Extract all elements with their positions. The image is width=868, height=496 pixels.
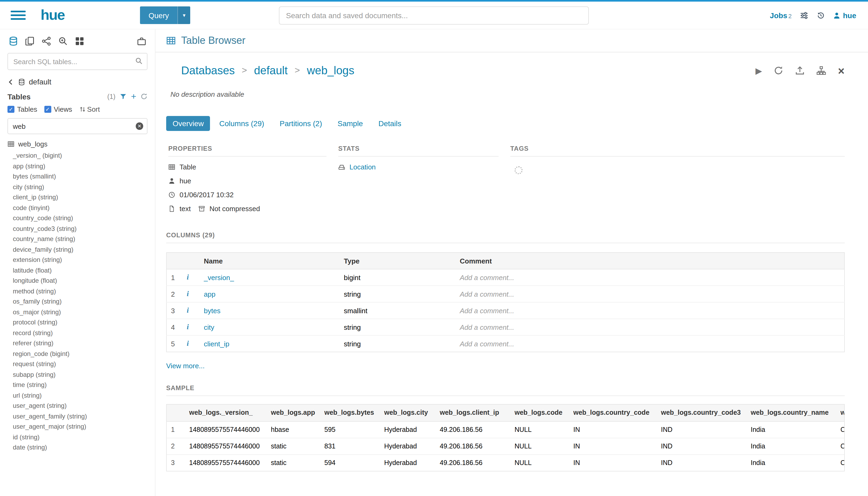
apps-grid-icon[interactable] bbox=[75, 36, 84, 46]
column-list-item[interactable]: client_ip (string) bbox=[0, 192, 155, 203]
column-name-link[interactable]: bytes bbox=[204, 307, 220, 314]
clear-filter-icon[interactable]: ✕ bbox=[136, 122, 143, 130]
sitemap-icon[interactable] bbox=[817, 66, 826, 75]
views-checkbox-label[interactable]: Views bbox=[54, 105, 72, 113]
tab-partitions[interactable]: Partitions (2) bbox=[273, 116, 329, 131]
column-comment[interactable]: Add a comment... bbox=[456, 319, 844, 336]
column-list-item[interactable]: _version_ (bigint) bbox=[0, 151, 155, 161]
view-more-link[interactable]: View more... bbox=[166, 362, 205, 370]
tables-checkbox-label[interactable]: Tables bbox=[17, 105, 37, 113]
close-icon[interactable]: × bbox=[838, 65, 845, 76]
column-info-icon[interactable]: i bbox=[187, 290, 189, 298]
column-comment[interactable]: Add a comment... bbox=[456, 336, 844, 352]
user-menu[interactable]: hue bbox=[833, 11, 856, 19]
column-info-icon[interactable]: i bbox=[187, 306, 189, 314]
column-comment[interactable]: Add a comment... bbox=[456, 302, 844, 319]
breadcrumb-database-default[interactable]: default bbox=[254, 64, 288, 77]
query-button-label[interactable]: Query bbox=[140, 6, 177, 24]
table-filter-input[interactable] bbox=[7, 118, 147, 134]
column-name-link[interactable]: client_ip bbox=[204, 340, 229, 348]
column-list-item[interactable]: country_name (string) bbox=[0, 234, 155, 245]
column-list-item[interactable]: request (string) bbox=[0, 359, 155, 370]
history-icon[interactable] bbox=[816, 11, 825, 19]
sample-cell: static bbox=[267, 454, 320, 471]
add-table-icon[interactable]: + bbox=[131, 92, 136, 101]
documents-icon[interactable] bbox=[25, 36, 35, 46]
column-list-item[interactable]: record (string) bbox=[0, 328, 155, 338]
tab-overview[interactable]: Overview bbox=[166, 116, 210, 131]
column-name-link[interactable]: _version_ bbox=[204, 274, 234, 281]
column-list-item[interactable]: extension (string) bbox=[0, 255, 155, 265]
column-list-item[interactable]: city (string) bbox=[0, 182, 155, 192]
refresh-icon[interactable] bbox=[774, 66, 783, 75]
tables-checkbox[interactable]: ✓ bbox=[7, 106, 14, 113]
query-button[interactable]: Query ▾ bbox=[140, 6, 190, 24]
location-link[interactable]: Location bbox=[349, 163, 376, 171]
assist-search-input[interactable] bbox=[7, 53, 147, 70]
column-list-item[interactable]: region_code (bigint) bbox=[0, 349, 155, 359]
jobs-link[interactable]: Jobs2 bbox=[770, 11, 792, 19]
column-list-item[interactable]: os_major (string) bbox=[0, 307, 155, 317]
column-list-item[interactable]: date (string) bbox=[0, 443, 155, 453]
column-list-item[interactable]: time (string) bbox=[0, 380, 155, 390]
column-comment[interactable]: Add a comment... bbox=[456, 269, 844, 286]
breadcrumb-table-web-logs[interactable]: web_logs bbox=[307, 64, 354, 77]
column-list-item[interactable]: user_agent_family (string) bbox=[0, 411, 155, 422]
tab-details[interactable]: Details bbox=[372, 116, 408, 131]
column-name-link[interactable]: app bbox=[204, 290, 215, 298]
table-name-label[interactable]: web_logs bbox=[18, 140, 48, 148]
stats-heading: STATS bbox=[338, 145, 499, 157]
column-list-item[interactable]: country_code (string) bbox=[0, 213, 155, 224]
column-list-item[interactable]: latitude (float) bbox=[0, 265, 155, 276]
column-list-item[interactable]: method (string) bbox=[0, 286, 155, 297]
upload-icon[interactable] bbox=[795, 66, 805, 75]
column-info-icon[interactable]: i bbox=[187, 323, 189, 331]
views-checkbox[interactable]: ✓ bbox=[44, 106, 51, 113]
column-list-item[interactable]: longitude (float) bbox=[0, 276, 155, 286]
column-list-item[interactable]: referer (string) bbox=[0, 338, 155, 349]
sort-toggle[interactable]: Sort bbox=[79, 105, 100, 113]
column-list-item[interactable]: device_family (string) bbox=[0, 245, 155, 255]
tab-sample[interactable]: Sample bbox=[331, 116, 369, 131]
chevron-left-icon[interactable] bbox=[7, 78, 14, 85]
current-database-label[interactable]: default bbox=[29, 78, 51, 86]
column-list-item[interactable]: app (string) bbox=[0, 161, 155, 172]
sample-table-wrap[interactable]: web_logs._version_ web_logs.app web_logs… bbox=[166, 404, 845, 471]
search-magnifier-icon[interactable] bbox=[58, 36, 68, 46]
filter-funnel-icon[interactable] bbox=[120, 93, 127, 100]
tab-bar: Overview Columns (29) Partitions (2) Sam… bbox=[166, 116, 845, 131]
query-play-icon[interactable]: ▶ bbox=[756, 65, 762, 76]
column-list-item[interactable]: os_family (string) bbox=[0, 297, 155, 307]
column-info-icon[interactable]: i bbox=[187, 273, 189, 281]
column-name-link[interactable]: city bbox=[204, 323, 214, 331]
table-description[interactable]: No description available bbox=[171, 90, 845, 98]
column-list-item[interactable]: user_agent_major (string) bbox=[0, 422, 155, 432]
row-number: 2 bbox=[167, 438, 185, 454]
assist-search-icon[interactable] bbox=[135, 57, 143, 65]
column-list-item[interactable]: code (tinyint) bbox=[0, 203, 155, 213]
sample-cell: 1480895575574446000 bbox=[185, 454, 267, 471]
hamburger-menu-icon[interactable] bbox=[11, 9, 26, 22]
refresh-tables-icon[interactable] bbox=[141, 93, 147, 100]
column-list-item[interactable]: protocol (string) bbox=[0, 317, 155, 328]
column-list-item[interactable]: country_code3 (string) bbox=[0, 224, 155, 234]
share-nodes-icon[interactable] bbox=[42, 36, 51, 46]
column-list-item[interactable]: bytes (smallint) bbox=[0, 172, 155, 182]
breadcrumb-databases[interactable]: Databases bbox=[181, 64, 235, 77]
hue-logo[interactable]: hue bbox=[41, 7, 65, 24]
importer-briefcase-icon[interactable] bbox=[137, 36, 146, 46]
sql-database-icon[interactable] bbox=[9, 36, 18, 46]
sort-label[interactable]: Sort bbox=[87, 105, 100, 113]
column-list-item[interactable]: id (string) bbox=[0, 432, 155, 443]
table-list-item-web-logs[interactable]: web_logs bbox=[0, 135, 155, 150]
query-caret-down-icon[interactable]: ▾ bbox=[177, 6, 190, 24]
column-list-item[interactable]: subapp (string) bbox=[0, 370, 155, 380]
column-info-icon[interactable]: i bbox=[187, 339, 189, 347]
tags-heading: TAGS bbox=[510, 145, 845, 157]
column-list-item[interactable]: url (string) bbox=[0, 390, 155, 401]
column-comment[interactable]: Add a comment... bbox=[456, 286, 844, 302]
column-list-item[interactable]: user_agent (string) bbox=[0, 401, 155, 411]
tab-columns[interactable]: Columns (29) bbox=[213, 116, 271, 131]
sliders-icon[interactable] bbox=[800, 11, 808, 19]
global-search-input[interactable] bbox=[279, 6, 589, 24]
